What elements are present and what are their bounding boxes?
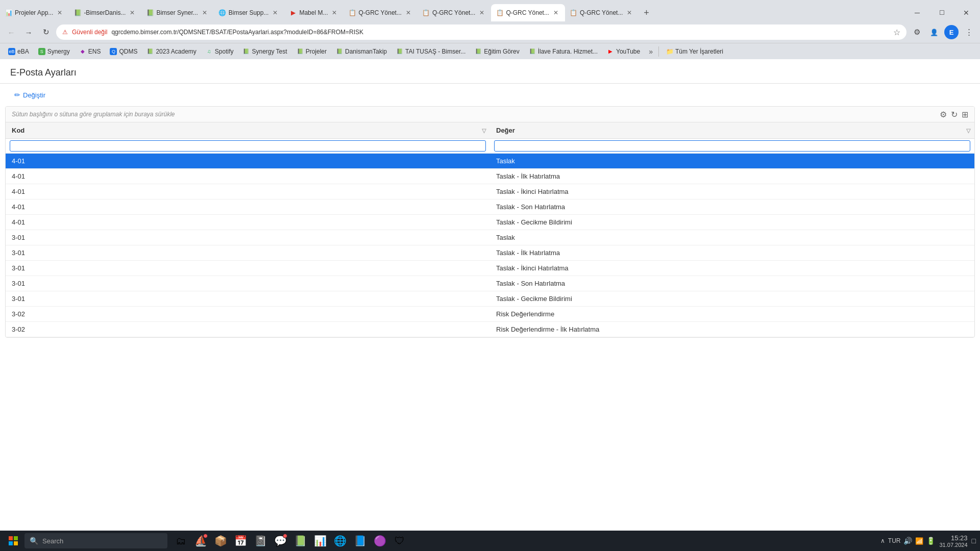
- minimize-button[interactable]: ─: [905, 4, 929, 21]
- table-row[interactable]: 4-01 Taslak - Son Hatırlatma: [6, 199, 974, 215]
- tab-close-5[interactable]: ✕: [330, 9, 338, 17]
- taskbar-app-shield[interactable]: 🛡: [390, 532, 409, 550]
- tab-close-8[interactable]: ✕: [552, 9, 560, 17]
- forward-button[interactable]: →: [21, 25, 36, 39]
- table-row[interactable]: 3-01 Taslak - İlk Hatırlatma: [6, 245, 974, 261]
- table-row[interactable]: 3-02 Risk Değerlendirme - İlk Hatırlatma: [6, 322, 974, 337]
- maximize-button[interactable]: ☐: [930, 4, 953, 21]
- taskbar-app-powerpoint[interactable]: 📊: [311, 532, 329, 550]
- table-row[interactable]: 3-01 Taslak - İkinci Hatırlatma: [6, 261, 974, 276]
- cell-deger: Taslak - Gecikme Bildirimi: [490, 215, 974, 230]
- tab-bimsersyner[interactable]: 📗 Bimser Syner... ✕: [141, 4, 213, 21]
- taskbar-volume-icon[interactable]: 🔊: [903, 537, 912, 545]
- taskbar-battery-icon[interactable]: 🔋: [926, 537, 935, 545]
- taskbar-app-onenote[interactable]: 📓: [251, 532, 270, 550]
- columns-icon[interactable]: ⊞: [962, 110, 968, 119]
- tab-bimserdan[interactable]: 📗 -BimserDanis... ✕: [69, 4, 141, 21]
- tab-projeler[interactable]: 📊 Projeler App... ✕: [0, 4, 69, 21]
- bookmark-projeler-label: Projeler: [306, 48, 327, 55]
- spotify-favicon: ♫: [206, 48, 213, 55]
- table-row[interactable]: 4-01 Taslak - Gecikme Bildirimi: [6, 215, 974, 230]
- taskbar-app-word[interactable]: 📘: [351, 532, 369, 550]
- tab-qgrc3-active[interactable]: 📋 Q-GRC Yönet... ✕: [491, 4, 565, 21]
- edit-button[interactable]: ✏ Değiştir: [10, 89, 50, 101]
- bookmark-synergy[interactable]: S Synergy: [34, 46, 74, 57]
- tab-close-2[interactable]: ✕: [128, 9, 136, 17]
- new-tab-button[interactable]: +: [639, 4, 654, 21]
- taskbar-app-box[interactable]: 📦: [211, 532, 230, 550]
- tab-favicon-4: 🌐: [219, 9, 226, 16]
- table-row[interactable]: 3-01 Taslak - Gecikme Bildirimi: [6, 291, 974, 307]
- tab-close-6[interactable]: ✕: [404, 9, 412, 17]
- bookmark-ilave[interactable]: 📗 İlave Fatura. Hizmet...: [525, 46, 602, 57]
- address-bar-row: ← → ↻ ⚠ Güvenli değil qgrcdemo.bimser.co…: [0, 21, 980, 43]
- tab-title-4: Bimser Supp...: [229, 9, 269, 16]
- table-row[interactable]: 4-01 Taslak - İkinci Hatırlatma: [6, 184, 974, 199]
- tab-qgrc4[interactable]: 📋 Q-GRC Yönet... ✕: [565, 4, 639, 21]
- deger-filter-input[interactable]: [494, 140, 970, 152]
- taskbar-network-icon[interactable]: 📶: [915, 537, 923, 545]
- taskbar-app-teams2[interactable]: 🟣: [371, 532, 389, 550]
- tab-close-7[interactable]: ✕: [478, 9, 486, 17]
- bookmark-youtube[interactable]: ▶ YouTube: [603, 46, 644, 57]
- tab-mabel[interactable]: ▶ Mabel M... ✕: [284, 4, 344, 21]
- page-title: E-Posta Ayarları: [10, 67, 970, 78]
- tab-close-1[interactable]: ✕: [56, 9, 64, 17]
- bookmark-egitim[interactable]: 📗 Eğitim Görev: [471, 46, 523, 57]
- bookmark-eba[interactable]: eB eBA: [4, 46, 33, 57]
- taskbar-app-timeline[interactable]: 📅: [231, 532, 250, 550]
- bookmark-tai[interactable]: 📗 TAI TUSAŞ - Bimser...: [392, 46, 470, 57]
- filter-row: [6, 139, 974, 154]
- taskbar-chevron-icon[interactable]: ∧: [880, 537, 885, 544]
- filter-icon[interactable]: ⚙: [940, 110, 947, 119]
- bookmark-synergy-test[interactable]: 📗 Synergy Test: [238, 46, 291, 57]
- table-row[interactable]: 3-01 Taslak: [6, 230, 974, 245]
- taskbar-clock: 15:23: [939, 534, 967, 542]
- url-text: qgrcdemo.bimser.com.tr/QDMSNET/BSAT/EPos…: [111, 29, 889, 36]
- table-row[interactable]: 3-02 Risk Değerlendirme: [6, 307, 974, 322]
- taskbar-search-bar[interactable]: 🔍 Search: [24, 533, 167, 548]
- reload-button[interactable]: ↻: [39, 25, 53, 39]
- bookmark-danismantakip[interactable]: 📗 DanismanTakip: [332, 46, 391, 57]
- taskbar-app-chrome[interactable]: 🌐: [331, 532, 349, 550]
- refresh-icon[interactable]: ↻: [951, 110, 958, 119]
- bookmark-folder[interactable]: 📁 Tüm Yer İşaretleri: [662, 46, 727, 57]
- tab-title-3: Bimser Syner...: [156, 9, 198, 16]
- bookmark-academy[interactable]: 📗 2023 Academy: [142, 46, 200, 57]
- taskbar-sys-icons: ∧ TUR 🔊 📶 🔋: [880, 537, 936, 545]
- tab-favicon-3: 📗: [146, 9, 154, 16]
- back-button[interactable]: ←: [4, 25, 18, 39]
- taskbar-app-ship[interactable]: ⛵: [191, 532, 210, 550]
- bookmarks-more-button[interactable]: »: [646, 46, 655, 57]
- kod-filter-input[interactable]: [10, 140, 486, 152]
- tab-bimsersupp[interactable]: 🌐 Bimser Supp... ✕: [214, 4, 285, 21]
- taskbar-app-teams[interactable]: 💬: [271, 532, 289, 550]
- bookmark-ens[interactable]: ◆ ENS: [75, 46, 105, 57]
- tab-close-9[interactable]: ✕: [625, 9, 633, 17]
- bookmark-spotify-label: Spotify: [215, 48, 234, 55]
- close-window-button[interactable]: ✕: [954, 4, 978, 21]
- profile-button[interactable]: E: [944, 25, 959, 39]
- column-header-deger[interactable]: Değer ▽: [490, 122, 974, 139]
- address-bar[interactable]: ⚠ Güvenli değil qgrcdemo.bimser.com.tr/Q…: [56, 24, 906, 40]
- table-row[interactable]: 4-01 Taslak: [6, 154, 974, 169]
- bookmark-star-icon[interactable]: ☆: [893, 28, 900, 37]
- column-header-kod[interactable]: Kod ▽: [6, 122, 490, 139]
- table-row[interactable]: 3-01 Taslak - Son Hatırlatma: [6, 276, 974, 291]
- taskbar-notification-icon[interactable]: □: [972, 537, 976, 545]
- tab-close-4[interactable]: ✕: [271, 9, 279, 17]
- taskbar-app-fileexplorer[interactable]: 🗂: [172, 532, 190, 550]
- tab-close-3[interactable]: ✕: [201, 9, 209, 17]
- tab-qgrc2[interactable]: 📋 Q-GRC Yönet... ✕: [418, 4, 491, 21]
- cell-kod: 3-02: [6, 307, 490, 322]
- start-button[interactable]: [4, 532, 22, 550]
- bookmark-spotify[interactable]: ♫ Spotify: [202, 46, 238, 57]
- account-icon[interactable]: 👤: [927, 25, 941, 39]
- menu-icon[interactable]: ⋮: [962, 25, 976, 39]
- tab-qgrc1[interactable]: 📋 Q-GRC Yönet... ✕: [344, 4, 417, 21]
- extensions-icon[interactable]: ⚙: [910, 25, 924, 39]
- bookmark-projeler[interactable]: 📗 Projeler: [292, 46, 331, 57]
- taskbar-app-excel[interactable]: 📗: [291, 532, 309, 550]
- bookmark-qdms[interactable]: Q QDMS: [106, 46, 141, 57]
- table-row[interactable]: 4-01 Taslak - İlk Hatırlatma: [6, 169, 974, 184]
